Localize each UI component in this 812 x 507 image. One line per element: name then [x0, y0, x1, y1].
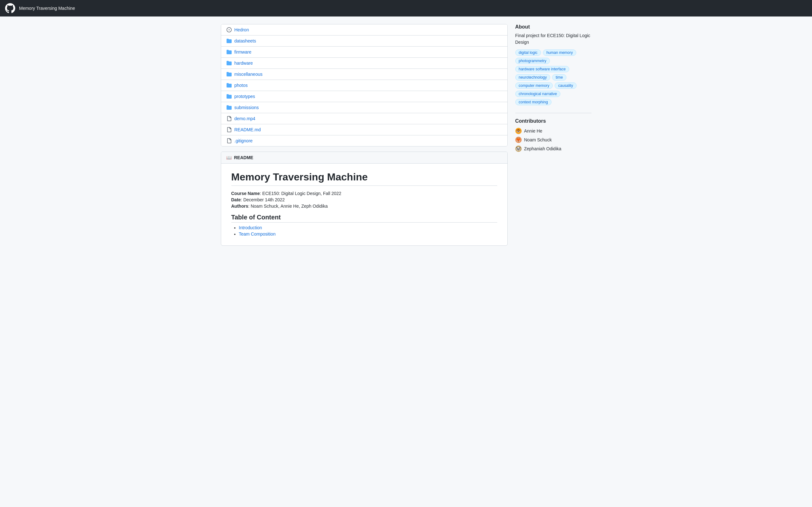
contributors-title: Contributors [515, 118, 592, 124]
tag-5[interactable]: time [552, 74, 566, 80]
file-tree-item-photos[interactable]: photos [221, 80, 507, 91]
tag-3[interactable]: hardware software interface [515, 66, 569, 72]
tag-1[interactable]: human memory [543, 50, 576, 56]
contributor-avatar-noam: 🦊 [515, 137, 522, 143]
toc-item-team: Team Composition [239, 231, 497, 236]
readme-meta: Course Name: ECE150: Digital Logic Desig… [231, 191, 497, 209]
header-title: Memory Traversing Machine [19, 6, 75, 11]
contributor-noam[interactable]: 🦊Noam Schuck [515, 137, 592, 143]
readme-authors: Authors: Noam Schuck, Annie He, Zeph Odi… [231, 204, 497, 209]
readme-header: 📖 README [221, 152, 507, 164]
readme-header-title: README [234, 155, 254, 160]
readme-content: Memory Traversing Machine Course Name: E… [221, 164, 507, 245]
file-tree-item-readme-md[interactable]: README.md [221, 124, 507, 135]
left-panel: Hedron datasheets firmware hardware misc… [221, 24, 508, 246]
folder-icon [226, 94, 232, 99]
contributors-section: Contributors 🐯Annie He🦊Noam Schuck🐼Zepha… [515, 118, 592, 152]
right-panel: About Final project for ECE150: Digital … [515, 24, 592, 155]
file-tree-item-name: submissions [235, 105, 259, 110]
tag-7[interactable]: causality [555, 82, 576, 89]
toc-link-intro[interactable]: Introduction [239, 225, 262, 230]
contributor-annie[interactable]: 🐯Annie He [515, 128, 592, 134]
contributor-name-annie: Annie He [524, 128, 543, 133]
readme-main-title: Memory Traversing Machine [231, 171, 497, 186]
github-logo[interactable] [5, 3, 15, 13]
contributor-name-zeph: Zephaniah Odidika [524, 146, 562, 151]
header: Memory Traversing Machine [0, 0, 812, 16]
file-tree-item-firmware[interactable]: firmware [221, 47, 507, 58]
folder-icon [226, 82, 232, 88]
tag-0[interactable]: digital logic [515, 50, 541, 56]
readme-section: 📖 README Memory Traversing Machine Cours… [221, 152, 508, 246]
folder-icon [226, 105, 232, 110]
readme-course: Course Name: ECE150: Digital Logic Desig… [231, 191, 497, 196]
file-tree-item-name: firmware [235, 50, 252, 55]
file-tree-item-name: miscellaneous [235, 72, 263, 77]
file-tree-item-prototypes[interactable]: prototypes [221, 91, 507, 102]
file-tree-item-name: prototypes [235, 94, 255, 99]
file-tree-item-submissions[interactable]: submissions [221, 102, 507, 113]
file-tree-item-datasheets[interactable]: datasheets [221, 36, 507, 47]
file-icon [226, 127, 232, 132]
tag-6[interactable]: computer memory [515, 82, 553, 89]
file-tree-item-name: photos [235, 83, 248, 88]
file-tree-item-name: Hedron [235, 27, 249, 32]
file-tree-item-name: README.md [235, 127, 261, 132]
toc-item-intro: Introduction [239, 225, 497, 230]
special-icon [226, 27, 232, 33]
contributors-list: 🐯Annie He🦊Noam Schuck🐼Zephaniah Odidika [515, 128, 592, 152]
file-tree-item-miscellaneous[interactable]: miscellaneous [221, 69, 507, 80]
file-tree-item-hedron[interactable]: Hedron [221, 24, 507, 36]
main-container: Hedron datasheets firmware hardware misc… [216, 16, 597, 253]
folder-icon [226, 38, 232, 44]
file-tree-item-hardware[interactable]: hardware [221, 58, 507, 69]
readme-toc-heading: Table of Content [231, 214, 497, 223]
file-icon [226, 138, 232, 144]
tags-container: digital logichuman memoryphotogrammetryh… [515, 50, 592, 105]
about-section: About Final project for ECE150: Digital … [515, 24, 592, 105]
readme-toc-list: IntroductionTeam Composition [231, 225, 497, 236]
folder-icon [226, 71, 232, 77]
tag-9[interactable]: context morphing [515, 99, 552, 105]
folder-icon [226, 60, 232, 66]
divider [515, 113, 592, 113]
contributor-avatar-zeph: 🐼 [515, 146, 522, 152]
file-icon [226, 116, 232, 121]
tag-4[interactable]: neurotechnology [515, 74, 551, 80]
contributor-name-noam: Noam Schuck [524, 137, 552, 143]
contributor-avatar-annie: 🐯 [515, 128, 522, 134]
book-icon: 📖 [226, 155, 232, 160]
file-tree-item-name: datasheets [235, 38, 256, 44]
file-tree: Hedron datasheets firmware hardware misc… [221, 24, 508, 147]
file-tree-item-name: hardware [235, 61, 253, 66]
tag-8[interactable]: chronological narrative [515, 91, 561, 97]
folder-icon [226, 49, 232, 55]
about-description: Final project for ECE150: Digital Logic … [515, 32, 592, 46]
file-tree-item-gitignore[interactable]: .gitignore [221, 135, 507, 146]
file-tree-item-demo[interactable]: demo.mp4 [221, 113, 507, 124]
about-title: About [515, 24, 592, 30]
tag-2[interactable]: photogrammetry [515, 58, 550, 64]
readme-date: Date: December 14th 2022 [231, 197, 497, 202]
file-tree-item-name: demo.mp4 [235, 116, 255, 121]
toc-link-team[interactable]: Team Composition [239, 231, 276, 236]
contributor-zeph[interactable]: 🐼Zephaniah Odidika [515, 146, 592, 152]
file-tree-item-name: .gitignore [235, 138, 253, 143]
